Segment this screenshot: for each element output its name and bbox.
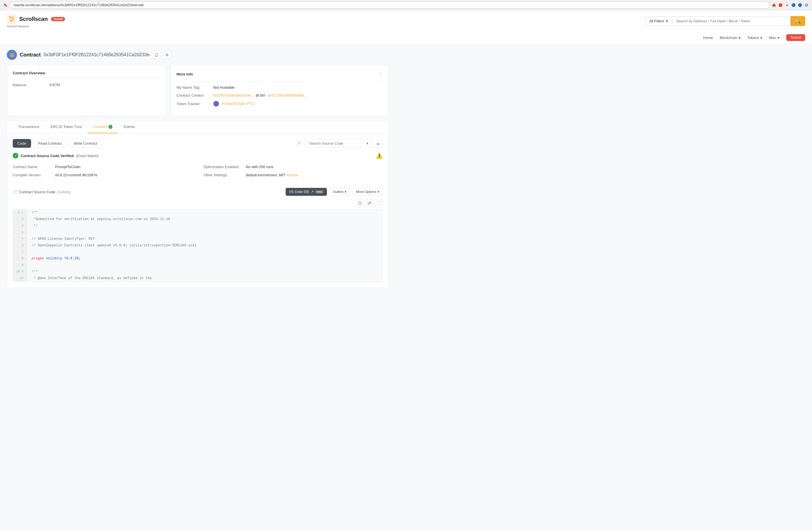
line-number-4: 4 xyxy=(13,230,27,236)
more-options-label: More Options xyxy=(356,190,376,194)
link-code-icon[interactable]: 🔗 xyxy=(365,199,373,207)
logo[interactable]: 📜 Scrollscan Testnet xyxy=(7,14,65,24)
verified-text-label: Contract Source Code Verified xyxy=(20,154,74,158)
name-tag-value: Not Available xyxy=(213,85,235,90)
more-options-code-button[interactable]: More Options ▾ xyxy=(352,188,383,196)
chevron-down-icon: ▾ xyxy=(666,19,668,23)
line-code-7 xyxy=(27,249,38,255)
more-options-button[interactable]: ⋮ xyxy=(378,71,383,77)
line-code-8: pragma solidity ^0.8.20; xyxy=(27,255,85,262)
filter-label: All Filters xyxy=(649,19,664,23)
copy-address-icon[interactable]: 📋 xyxy=(152,51,160,59)
token-name-link[interactable]: PromptToChain (PTC) xyxy=(222,102,255,106)
optimization-value: No with 200 runs xyxy=(246,165,274,169)
grid-view-icon[interactable]: ⊞ xyxy=(163,51,171,59)
main-search-input[interactable] xyxy=(672,16,791,26)
detail-col-right: Optimization Enabled: No with 200 runs O… xyxy=(203,165,383,181)
subtabs: Code Read Contract Write Contract xyxy=(13,139,102,148)
nav-tokens[interactable]: Tokens ▾ xyxy=(747,35,762,40)
line-number-6: 6 xyxy=(13,242,27,249)
line-code-2: *Submitted for verification at sepolia.s… xyxy=(27,216,175,223)
extension-icon-2: 🔺 xyxy=(785,3,789,7)
line-code-10: /** xyxy=(27,269,42,275)
testnet-button[interactable]: Testnet xyxy=(786,34,805,41)
creator-label: Contract Creator: xyxy=(177,93,213,98)
code-line-6: 6 // OpenZeppelin Contracts (last update… xyxy=(13,242,382,249)
code-line-3: 3 */ xyxy=(13,223,382,229)
line-number-11: 11 xyxy=(13,275,27,281)
share-icon: 📤 xyxy=(772,3,776,7)
cards-row: Contract Overview Balance: 0 ETH More In… xyxy=(7,65,389,116)
token-tracker-row: Token Tracker: PromptToChain (PTC) xyxy=(177,101,383,106)
subtab-code[interactable]: Code xyxy=(13,139,31,148)
code-line-8: 8 pragma solidity ^0.8.20; xyxy=(13,255,382,262)
code-line-9: 9 xyxy=(13,262,382,269)
code-line-10: 10 + /** xyxy=(13,269,382,275)
subtab-read-contract[interactable]: Read Contract xyxy=(33,139,67,148)
page-title-row: 🐸 Contract 0x3dF0F1e1Ff0F2B12241c71460e2… xyxy=(7,50,389,60)
line-code-3: */ xyxy=(27,223,42,229)
url-bar[interactable]: sepolia.scrollscan.dev/address/0x3df0f1e… xyxy=(10,2,770,9)
source-code-search-input[interactable] xyxy=(305,139,361,148)
extension-icon-4: 🔵 xyxy=(798,3,802,7)
outline-chevron-icon: ▾ xyxy=(345,190,346,194)
fullscreen-code-icon[interactable]: ⛶ xyxy=(375,199,383,207)
compiler-value: v0.8.22+commit.4fc1097e xyxy=(55,173,97,177)
extension-icon-3: 🔵 xyxy=(792,3,796,7)
filter-dropdown[interactable]: All Filters ▾ xyxy=(645,16,672,26)
tabs-header: Transactions ERC20 Token Txns Contract ✓… xyxy=(7,121,389,133)
copy-code-icon[interactable]: 📋 xyxy=(356,199,364,207)
contract-overview-card: Contract Overview Balance: 0 ETH xyxy=(7,65,166,116)
main-content: 🐸 Contract 0x3dF0F1e1Ff0F2B12241c71460e2… xyxy=(0,44,395,294)
help-icon[interactable]: ? xyxy=(296,140,303,147)
balance-value: 0 ETH xyxy=(49,83,60,87)
compiler-row: Compiler Version v0.8.22+commit.4fc1097e xyxy=(13,173,192,177)
vs-code-ide-button[interactable]: VS Code IDE ↗ Beta xyxy=(286,188,327,196)
tab-transactions[interactable]: Transactions xyxy=(13,121,45,133)
code-line-5: 5 // SPDX-License-Identifier: MIT xyxy=(13,236,382,242)
logo-text: Scrollscan xyxy=(19,16,48,22)
contract-name-value: PromptToChain xyxy=(55,165,81,169)
line-code-4 xyxy=(27,230,38,236)
tab-events[interactable]: Events xyxy=(118,121,141,133)
more-info-card: More Info ⋮ My Name Tag: Not Available C… xyxy=(171,65,389,116)
line-code-5: // SPDX-License-Identifier: MIT xyxy=(27,236,99,242)
tab-contract[interactable]: Contract ✓ xyxy=(88,121,118,133)
vs-code-label: VS Code IDE xyxy=(289,190,309,194)
settings-label: Other Settings: xyxy=(203,173,246,177)
nav-misc[interactable]: Misc ▾ xyxy=(769,35,780,40)
line-number-7: 7 xyxy=(13,249,27,255)
external-link-icon: ↗ xyxy=(311,190,314,194)
source-code-header: 📄 Contract Source Code (Solidity) VS Cod… xyxy=(13,188,383,196)
source-search-collapse[interactable]: ▲ xyxy=(374,139,383,148)
contract-address-display: 0x3dF0F1e1Ff0F2B12241c71460e293541Ce2d23… xyxy=(44,52,149,57)
outline-label: Outline xyxy=(333,190,344,194)
balance-row: Balance: 0 ETH xyxy=(13,83,160,87)
verified-banner: ✓ Contract Source Code Verified (Exact M… xyxy=(13,152,383,159)
creator-address-link[interactable]: 0xb1ff076a0e03bd2e546... xyxy=(213,93,254,98)
misc-chevron: ▾ xyxy=(778,35,780,40)
beta-badge: Beta xyxy=(315,190,323,193)
license-link[interactable]: license xyxy=(287,173,298,177)
creator-txn-link[interactable]: 0x4272b0308bb65a4f8e... xyxy=(267,93,307,98)
nav-blockchain[interactable]: Blockchain ▾ xyxy=(720,35,741,40)
outline-button[interactable]: Outline ▾ xyxy=(329,188,350,196)
main-search-button[interactable]: 🔍 xyxy=(791,16,805,26)
settings-value: default evmVersion, MIT license xyxy=(246,173,298,177)
source-code-title: 📄 Contract Source Code (Solidity) xyxy=(13,190,71,194)
nav-home[interactable]: Home xyxy=(703,35,713,40)
tokens-chevron: ▾ xyxy=(760,35,762,40)
contract-name-label: Contract Name: xyxy=(13,165,55,169)
creator-at: at txn xyxy=(256,93,265,98)
name-tag-row: My Name Tag: Not Available xyxy=(177,85,383,90)
code-line-1: 1 + /** xyxy=(13,210,382,216)
source-search-dropdown[interactable]: ▾ xyxy=(364,139,371,148)
subtabs-row: Code Read Contract Write Contract ? ▾ ▲ xyxy=(13,139,383,148)
header: 📜 Scrollscan Testnet Testnet Network All… xyxy=(0,11,812,44)
extension-icon-5: ⚙️ xyxy=(804,3,809,7)
token-tracker-label: Token Tracker: xyxy=(177,102,213,106)
nav-bar: Home Blockchain ▾ Tokens ▾ Misc ▾ Testne… xyxy=(7,31,805,44)
subtab-write-contract[interactable]: Write Contract xyxy=(69,139,102,148)
tab-erc20[interactable]: ERC20 Token Txns xyxy=(45,121,88,133)
optimization-label: Optimization Enabled: xyxy=(203,165,246,169)
